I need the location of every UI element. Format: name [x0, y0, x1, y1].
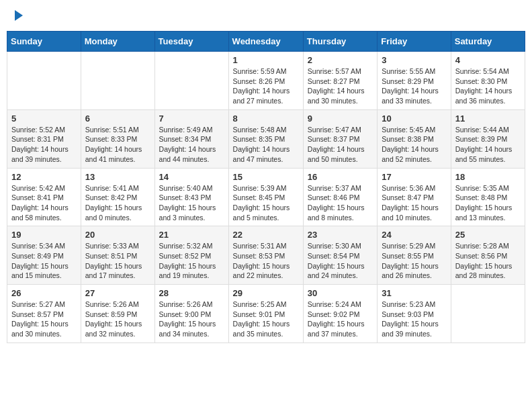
- day-info: Sunrise: 5:42 AM Sunset: 8:41 PM Dayligh…: [11, 183, 77, 223]
- day-info: Sunrise: 5:40 AM Sunset: 8:43 PM Dayligh…: [159, 183, 224, 223]
- calendar-cell: [154, 52, 228, 110]
- day-number: 22: [233, 230, 299, 240]
- calendar-cell: 18Sunrise: 5:35 AM Sunset: 8:48 PM Dayli…: [451, 168, 525, 226]
- calendar-cell: 6Sunrise: 5:51 AM Sunset: 8:33 PM Daylig…: [81, 109, 154, 168]
- day-info: Sunrise: 5:37 AM Sunset: 8:46 PM Dayligh…: [308, 183, 373, 223]
- logo-arrow-icon: [15, 10, 23, 21]
- calendar-cell: 30Sunrise: 5:24 AM Sunset: 9:02 PM Dayli…: [303, 285, 377, 343]
- day-number: 10: [382, 113, 446, 124]
- calendar-cell: 22Sunrise: 5:31 AM Sunset: 8:53 PM Dayli…: [228, 226, 303, 285]
- calendar-cell: 7Sunrise: 5:49 AM Sunset: 8:34 PM Daylig…: [154, 109, 228, 168]
- day-number: 9: [308, 113, 373, 124]
- day-number: 20: [85, 230, 150, 240]
- calendar-cell: 5Sunrise: 5:52 AM Sunset: 8:31 PM Daylig…: [7, 109, 81, 168]
- logo: [13, 10, 23, 21]
- day-header-thursday: Thursday: [303, 32, 377, 52]
- day-number: 23: [308, 230, 373, 240]
- calendar-cell: 17Sunrise: 5:36 AM Sunset: 8:47 PM Dayli…: [378, 168, 451, 226]
- calendar-cell: [81, 52, 154, 110]
- day-number: 12: [11, 172, 77, 182]
- day-info: Sunrise: 5:59 AM Sunset: 8:26 PM Dayligh…: [233, 66, 299, 106]
- calendar-week-row: 26Sunrise: 5:27 AM Sunset: 8:57 PM Dayli…: [7, 285, 525, 343]
- day-info: Sunrise: 5:36 AM Sunset: 8:47 PM Dayligh…: [382, 183, 446, 223]
- day-number: 15: [233, 172, 299, 182]
- day-info: Sunrise: 5:33 AM Sunset: 8:51 PM Dayligh…: [85, 241, 150, 281]
- day-info: Sunrise: 5:27 AM Sunset: 8:57 PM Dayligh…: [11, 300, 77, 339]
- day-info: Sunrise: 5:47 AM Sunset: 8:37 PM Dayligh…: [308, 125, 373, 165]
- page-header: [7, 7, 525, 24]
- day-number: 31: [382, 288, 446, 298]
- day-number: 18: [455, 172, 521, 182]
- day-info: Sunrise: 5:28 AM Sunset: 8:56 PM Dayligh…: [455, 241, 521, 281]
- day-number: 13: [85, 172, 150, 182]
- day-info: Sunrise: 5:29 AM Sunset: 8:55 PM Dayligh…: [382, 241, 446, 281]
- day-info: Sunrise: 5:41 AM Sunset: 8:42 PM Dayligh…: [85, 183, 150, 223]
- calendar-cell: 24Sunrise: 5:29 AM Sunset: 8:55 PM Dayli…: [378, 226, 451, 285]
- day-info: Sunrise: 5:51 AM Sunset: 8:33 PM Dayligh…: [85, 125, 150, 165]
- calendar-cell: 23Sunrise: 5:30 AM Sunset: 8:54 PM Dayli…: [303, 226, 377, 285]
- calendar-cell: 19Sunrise: 5:34 AM Sunset: 8:49 PM Dayli…: [7, 226, 81, 285]
- calendar-week-row: 5Sunrise: 5:52 AM Sunset: 8:31 PM Daylig…: [7, 109, 525, 168]
- day-header-friday: Friday: [378, 32, 451, 52]
- day-info: Sunrise: 5:35 AM Sunset: 8:48 PM Dayligh…: [455, 183, 521, 223]
- day-info: Sunrise: 5:54 AM Sunset: 8:30 PM Dayligh…: [455, 66, 521, 106]
- calendar-week-row: 1Sunrise: 5:59 AM Sunset: 8:26 PM Daylig…: [7, 52, 525, 110]
- day-number: 6: [85, 113, 150, 124]
- day-info: Sunrise: 5:31 AM Sunset: 8:53 PM Dayligh…: [233, 241, 299, 281]
- day-number: 28: [159, 288, 224, 298]
- calendar-table: SundayMondayTuesdayWednesdayThursdayFrid…: [7, 31, 525, 343]
- day-number: 29: [233, 288, 299, 298]
- day-info: Sunrise: 5:32 AM Sunset: 8:52 PM Dayligh…: [159, 241, 224, 281]
- calendar-cell: 10Sunrise: 5:45 AM Sunset: 8:38 PM Dayli…: [378, 109, 451, 168]
- day-info: Sunrise: 5:25 AM Sunset: 9:01 PM Dayligh…: [233, 300, 299, 339]
- day-number: 4: [455, 55, 521, 65]
- calendar-cell: 26Sunrise: 5:27 AM Sunset: 8:57 PM Dayli…: [7, 285, 81, 343]
- calendar-cell: 8Sunrise: 5:48 AM Sunset: 8:35 PM Daylig…: [228, 109, 303, 168]
- calendar-cell: 3Sunrise: 5:55 AM Sunset: 8:29 PM Daylig…: [378, 52, 451, 110]
- calendar-cell: 11Sunrise: 5:44 AM Sunset: 8:39 PM Dayli…: [451, 109, 525, 168]
- calendar-cell: [7, 52, 81, 110]
- day-header-saturday: Saturday: [451, 32, 525, 52]
- calendar-cell: 2Sunrise: 5:57 AM Sunset: 8:27 PM Daylig…: [303, 52, 377, 110]
- day-info: Sunrise: 5:44 AM Sunset: 8:39 PM Dayligh…: [455, 125, 521, 165]
- day-number: 21: [159, 230, 224, 240]
- day-header-sunday: Sunday: [7, 32, 81, 52]
- day-number: 25: [455, 230, 521, 240]
- day-number: 7: [159, 113, 224, 124]
- calendar-week-row: 12Sunrise: 5:42 AM Sunset: 8:41 PM Dayli…: [7, 168, 525, 226]
- day-number: 17: [382, 172, 446, 182]
- calendar-cell: 1Sunrise: 5:59 AM Sunset: 8:26 PM Daylig…: [228, 52, 303, 110]
- day-info: Sunrise: 5:45 AM Sunset: 8:38 PM Dayligh…: [382, 125, 446, 165]
- day-info: Sunrise: 5:26 AM Sunset: 9:00 PM Dayligh…: [159, 300, 224, 339]
- calendar-week-row: 19Sunrise: 5:34 AM Sunset: 8:49 PM Dayli…: [7, 226, 525, 285]
- day-number: 30: [308, 288, 373, 298]
- day-number: 16: [308, 172, 373, 182]
- calendar-header-row: SundayMondayTuesdayWednesdayThursdayFrid…: [7, 32, 525, 52]
- day-header-monday: Monday: [81, 32, 154, 52]
- calendar-cell: 14Sunrise: 5:40 AM Sunset: 8:43 PM Dayli…: [154, 168, 228, 226]
- calendar-cell: 28Sunrise: 5:26 AM Sunset: 9:00 PM Dayli…: [154, 285, 228, 343]
- day-header-wednesday: Wednesday: [228, 32, 303, 52]
- day-info: Sunrise: 5:30 AM Sunset: 8:54 PM Dayligh…: [308, 241, 373, 281]
- day-info: Sunrise: 5:48 AM Sunset: 8:35 PM Dayligh…: [233, 125, 299, 165]
- calendar-cell: 27Sunrise: 5:26 AM Sunset: 8:59 PM Dayli…: [81, 285, 154, 343]
- day-number: 1: [233, 55, 299, 65]
- day-number: 14: [159, 172, 224, 182]
- calendar-cell: 25Sunrise: 5:28 AM Sunset: 8:56 PM Dayli…: [451, 226, 525, 285]
- day-info: Sunrise: 5:52 AM Sunset: 8:31 PM Dayligh…: [11, 125, 77, 165]
- calendar-cell: 20Sunrise: 5:33 AM Sunset: 8:51 PM Dayli…: [81, 226, 154, 285]
- day-number: 3: [382, 55, 446, 65]
- calendar-cell: [451, 285, 525, 343]
- day-info: Sunrise: 5:23 AM Sunset: 9:03 PM Dayligh…: [382, 300, 446, 339]
- day-info: Sunrise: 5:49 AM Sunset: 8:34 PM Dayligh…: [159, 125, 224, 165]
- calendar-cell: 31Sunrise: 5:23 AM Sunset: 9:03 PM Dayli…: [378, 285, 451, 343]
- day-info: Sunrise: 5:26 AM Sunset: 8:59 PM Dayligh…: [85, 300, 150, 339]
- day-number: 26: [11, 288, 77, 298]
- calendar-cell: 13Sunrise: 5:41 AM Sunset: 8:42 PM Dayli…: [81, 168, 154, 226]
- calendar-cell: 29Sunrise: 5:25 AM Sunset: 9:01 PM Dayli…: [228, 285, 303, 343]
- calendar-cell: 12Sunrise: 5:42 AM Sunset: 8:41 PM Dayli…: [7, 168, 81, 226]
- day-number: 24: [382, 230, 446, 240]
- day-info: Sunrise: 5:57 AM Sunset: 8:27 PM Dayligh…: [308, 66, 373, 106]
- calendar-cell: 16Sunrise: 5:37 AM Sunset: 8:46 PM Dayli…: [303, 168, 377, 226]
- day-number: 5: [11, 113, 77, 124]
